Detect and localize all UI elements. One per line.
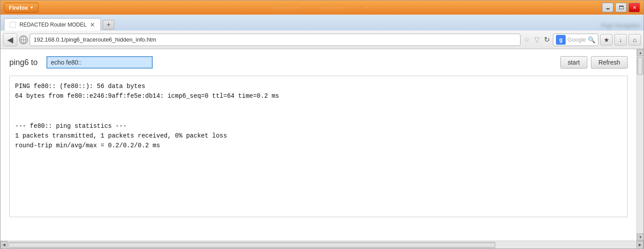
start-button[interactable]: start [560,56,587,69]
firefox-menu-button[interactable]: Firefox [4,3,39,13]
ping-buttons: start Refresh [560,56,628,69]
refresh-button[interactable]: Refresh [591,56,628,69]
refresh-icon[interactable]: ↻ [543,35,551,44]
ping-label: ping6 to [9,58,38,67]
tab-close-button[interactable]: ✕ [90,21,95,28]
globe-icon [19,35,28,44]
tabbar-right-area: Page Navigation [114,23,640,31]
toolbar-icons: ★ ↓ ⌂ [600,34,641,46]
bookmark-star-icon[interactable]: ☆ [522,35,531,44]
maximize-button[interactable]: 🗖 [615,3,627,12]
horizontal-scrollbar: ◀ ▶ [0,241,644,249]
content-area: ping6 to start Refresh PING fe80:: (fe80… [0,49,636,241]
home-button[interactable]: ⌂ [629,34,641,46]
search-glass-icon[interactable]: 🔍 [588,36,595,43]
nav-icons: ☆ ▽ ↻ [522,35,551,44]
tab-label: REDACTED Router MODEL [19,22,86,28]
content-wrapper: ping6 to start Refresh PING fe80:: (fe80… [0,49,644,241]
titlebar-controls: 🗕 🗖 ✕ [602,3,640,12]
ping-input[interactable] [46,56,153,69]
google-icon: g [556,35,566,45]
titlebar-text3: ··· [364,4,368,11]
active-tab[interactable]: REDACTED Router MODEL ✕ [4,18,101,31]
new-tab-button[interactable]: + [103,20,114,30]
scroll-thumb[interactable] [637,57,643,75]
browser-window: Firefox ··················· ············… [0,0,644,249]
search-bar: g Google 🔍 [553,34,598,46]
address-bar[interactable] [30,34,521,46]
close-button[interactable]: ✕ [629,3,640,12]
right-scrollbar: ▲ ▼ [636,49,644,241]
download-button[interactable]: ↓ [614,34,627,46]
back-button[interactable]: ◀ [3,33,17,46]
titlebar-center: ··················· ··················· … [39,4,602,11]
tabbar: REDACTED Router MODEL ✕ + Page Navigatio… [0,15,644,31]
h-scroll-thumb[interactable] [8,242,495,248]
scroll-track-empty [637,75,644,234]
search-placeholder: Google [567,36,586,43]
scroll-up-arrow[interactable]: ▲ [637,49,644,56]
back-arrow-icon: ◀ [7,35,13,45]
ping-form: ping6 to start Refresh [9,56,628,69]
bookmarks-button[interactable]: ★ [600,34,613,46]
minimize-button[interactable]: 🗕 [602,3,613,12]
scroll-down-arrow[interactable]: ▼ [637,234,644,241]
ping-output: PING fe80:: (fe80::): 56 data bytes 64 b… [9,76,628,217]
navbar: ◀ ☆ ▽ ↻ g Google 🔍 ★ ↓ ⌂ [0,31,644,49]
titlebar-text2: ··················· [318,4,346,11]
tabbar-blurred-text: Page Navigation [601,23,640,29]
titlebar-text1: ··················· [272,4,300,11]
bookmark-dropdown-icon[interactable]: ▽ [533,35,541,44]
titlebar: Firefox ··················· ············… [0,0,644,15]
tab-favicon [10,22,16,28]
firefox-label: Firefox [9,4,28,11]
scroll-right-arrow[interactable]: ▶ [636,241,644,249]
scroll-left-arrow[interactable]: ◀ [0,241,8,249]
